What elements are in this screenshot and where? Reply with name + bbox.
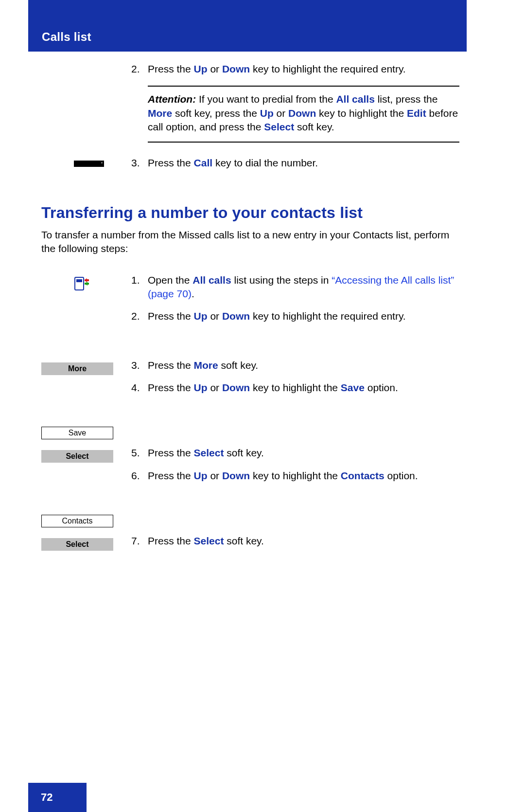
list-item: 2. Press the Up or Down key to highlight…	[131, 309, 459, 323]
softkey-select-icon: Select	[41, 450, 113, 463]
manual-page: Calls list 2. Press the Up or Down key t…	[0, 0, 525, 812]
step-text: Press the Select soft key.	[148, 534, 459, 548]
key-up: Up	[194, 63, 208, 74]
step-illustration-cell: Save	[41, 425, 131, 439]
contacts-icon	[74, 276, 90, 294]
softkey-more-ref: More	[194, 360, 218, 371]
edit-ref: Edit	[407, 108, 426, 119]
key-down: Down	[222, 382, 250, 393]
step-number: 1.	[131, 273, 148, 301]
softkey-select-ref: Select	[194, 447, 224, 458]
key-down: Down	[222, 63, 250, 74]
step-illustration-cell: Select	[41, 534, 131, 551]
key-up: Up	[194, 310, 208, 322]
key-call: Call	[194, 157, 213, 168]
step-text: Press the Call key to dial the number.	[148, 156, 459, 170]
key-up: Up	[260, 108, 274, 119]
svg-rect-0	[75, 277, 84, 290]
step-illustration-cell	[41, 273, 131, 294]
attention-label: Attention:	[148, 93, 196, 105]
key-down: Down	[288, 108, 316, 119]
key-up: Up	[194, 382, 208, 393]
step-number: 7.	[131, 534, 148, 548]
step-row: More 3. Press the More soft key. 4. Pres…	[41, 359, 459, 404]
step-number: 3.	[131, 156, 148, 170]
option-save-ref: Save	[341, 382, 365, 393]
step-text: Press the More soft key.	[148, 359, 459, 372]
step-number: 4.	[131, 381, 148, 395]
step-row: 2. Press the Up or Down key to highlight…	[41, 62, 459, 152]
step-illustration-cell: Contacts	[41, 513, 131, 527]
list-item: 7. Press the Select soft key.	[131, 534, 459, 548]
step-row: Save	[41, 425, 459, 439]
page-content: 2. Press the Up or Down key to highlight…	[41, 62, 459, 557]
svg-rect-1	[76, 279, 82, 282]
step-text: Press the Up or Down key to highlight th…	[148, 309, 459, 323]
step-row: Contacts	[41, 513, 459, 527]
svg-marker-3	[85, 282, 88, 286]
list-item: 5. Press the Select soft key.	[131, 446, 459, 460]
step-number: 6.	[131, 469, 148, 483]
step-text: Press the Up or Down key to highlight th…	[148, 469, 459, 483]
step-illustration-cell: Select	[41, 446, 131, 463]
step-row: 1. Open the All calls list using the ste…	[41, 273, 459, 332]
page-number: 72	[28, 783, 87, 812]
call-key-icon	[74, 161, 104, 167]
section-intro: To transfer a number from the Missed cal…	[41, 228, 459, 256]
step-row: Select 7. Press the Select soft key.	[41, 534, 459, 557]
step-number: 2.	[131, 309, 148, 323]
step-row: Select 5. Press the Select soft key. 6. …	[41, 446, 459, 491]
step-illustration-cell: More	[41, 359, 131, 375]
attention-note: Attention: If you want to predial from t…	[148, 86, 459, 143]
step-text: Press the Up or Down key to highlight th…	[148, 381, 459, 395]
option-save-icon: Save	[41, 427, 113, 439]
step-text: Open the All calls list using the steps …	[148, 273, 459, 301]
all-calls-ref: All calls	[192, 274, 231, 286]
header-title: Calls list	[42, 29, 91, 45]
step-illustration-cell	[41, 156, 131, 167]
step-row: 3. Press the Call key to dial the number…	[41, 156, 459, 179]
softkey-more-icon: More	[41, 362, 113, 375]
list-item: 3. Press the More soft key.	[131, 359, 459, 372]
svg-marker-2	[86, 278, 89, 282]
list-item: 3. Press the Call key to dial the number…	[131, 156, 459, 170]
list-item: 4. Press the Up or Down key to highlight…	[131, 381, 459, 395]
list-item: 2. Press the Up or Down key to highlight…	[131, 62, 459, 76]
softkey-select-icon: Select	[41, 538, 113, 551]
step-text: Press the Select soft key.	[148, 446, 459, 460]
step-text: Press the Up or Down key to highlight th…	[148, 62, 459, 76]
more-ref: More	[148, 108, 172, 119]
option-contacts-ref: Contacts	[341, 470, 385, 481]
list-item: 1. Open the All calls list using the ste…	[131, 273, 459, 301]
option-contacts-icon: Contacts	[41, 515, 113, 527]
select-ref: Select	[264, 121, 294, 132]
section-heading: Transferring a number to your contacts l…	[41, 202, 459, 223]
softkey-select-ref: Select	[194, 535, 224, 546]
step-number: 2.	[131, 62, 148, 76]
list-item: 6. Press the Up or Down key to highlight…	[131, 469, 459, 483]
step-number: 3.	[131, 359, 148, 372]
key-down: Down	[222, 470, 250, 481]
key-down: Down	[222, 310, 250, 322]
step-number: 5.	[131, 446, 148, 460]
all-calls-ref: All calls	[336, 93, 374, 105]
step-illustration-cell	[41, 62, 131, 64]
header-bar: Calls list	[28, 0, 467, 52]
key-up: Up	[194, 470, 208, 481]
